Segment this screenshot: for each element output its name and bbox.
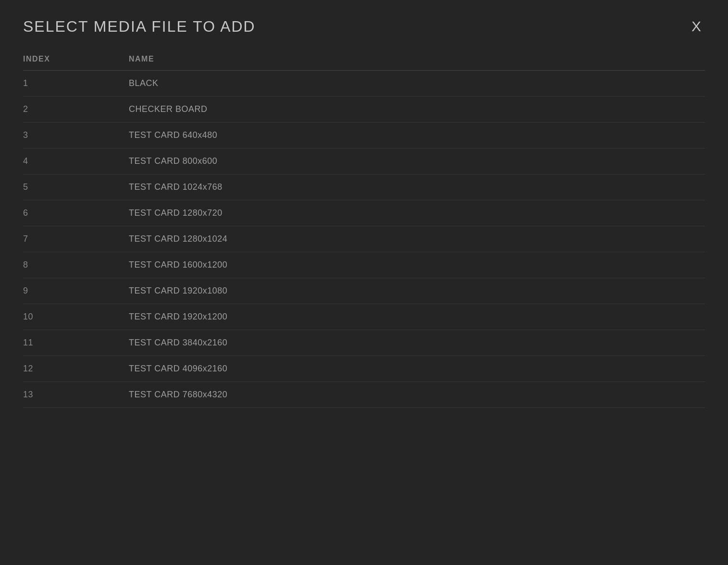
cell-name: BLACK	[129, 71, 705, 97]
column-header-index: INDEX	[23, 50, 129, 71]
cell-index: 5	[23, 174, 129, 200]
table-row[interactable]: 9TEST CARD 1920x1080	[23, 278, 705, 304]
table-row[interactable]: 12TEST CARD 4096x2160	[23, 356, 705, 382]
cell-name: TEST CARD 3840x2160	[129, 330, 705, 356]
cell-name: TEST CARD 1280x720	[129, 200, 705, 226]
cell-name: TEST CARD 1920x1200	[129, 304, 705, 330]
table-row[interactable]: 7TEST CARD 1280x1024	[23, 226, 705, 252]
cell-index: 7	[23, 226, 129, 252]
table-row[interactable]: 10TEST CARD 1920x1200	[23, 304, 705, 330]
close-button[interactable]: X	[688, 17, 705, 36]
cell-index: 12	[23, 356, 129, 382]
cell-index: 3	[23, 123, 129, 148]
cell-name: TEST CARD 1024x768	[129, 174, 705, 200]
cell-name: TEST CARD 7680x4320	[129, 382, 705, 408]
table-header-row: INDEX NAME	[23, 50, 705, 71]
cell-index: 6	[23, 200, 129, 226]
table-row[interactable]: 11TEST CARD 3840x2160	[23, 330, 705, 356]
cell-name: CHECKER BOARD	[129, 97, 705, 123]
media-files-table: INDEX NAME 1BLACK2CHECKER BOARD3TEST CAR…	[23, 50, 705, 408]
cell-index: 10	[23, 304, 129, 330]
table-row[interactable]: 13TEST CARD 7680x4320	[23, 382, 705, 408]
cell-name: TEST CARD 800x600	[129, 148, 705, 174]
cell-index: 9	[23, 278, 129, 304]
table-row[interactable]: 2CHECKER BOARD	[23, 97, 705, 123]
table-row[interactable]: 1BLACK	[23, 71, 705, 97]
cell-index: 13	[23, 382, 129, 408]
cell-index: 11	[23, 330, 129, 356]
table-row[interactable]: 8TEST CARD 1600x1200	[23, 252, 705, 278]
cell-index: 1	[23, 71, 129, 97]
cell-index: 2	[23, 97, 129, 123]
table-row[interactable]: 4TEST CARD 800x600	[23, 148, 705, 174]
table-container: INDEX NAME 1BLACK2CHECKER BOARD3TEST CAR…	[0, 50, 728, 408]
select-media-dialog: SELECT MEDIA FILE TO ADD X INDEX NAME 1B…	[0, 0, 728, 565]
dialog-title: SELECT MEDIA FILE TO ADD	[23, 18, 256, 36]
table-header: INDEX NAME	[23, 50, 705, 71]
dialog-header: SELECT MEDIA FILE TO ADD X	[0, 0, 728, 50]
table-row[interactable]: 6TEST CARD 1280x720	[23, 200, 705, 226]
cell-name: TEST CARD 640x480	[129, 123, 705, 148]
cell-index: 8	[23, 252, 129, 278]
column-header-name: NAME	[129, 50, 705, 71]
table-row[interactable]: 5TEST CARD 1024x768	[23, 174, 705, 200]
table-body: 1BLACK2CHECKER BOARD3TEST CARD 640x4804T…	[23, 71, 705, 408]
cell-name: TEST CARD 1280x1024	[129, 226, 705, 252]
cell-name: TEST CARD 4096x2160	[129, 356, 705, 382]
cell-index: 4	[23, 148, 129, 174]
table-row[interactable]: 3TEST CARD 640x480	[23, 123, 705, 148]
cell-name: TEST CARD 1920x1080	[129, 278, 705, 304]
cell-name: TEST CARD 1600x1200	[129, 252, 705, 278]
